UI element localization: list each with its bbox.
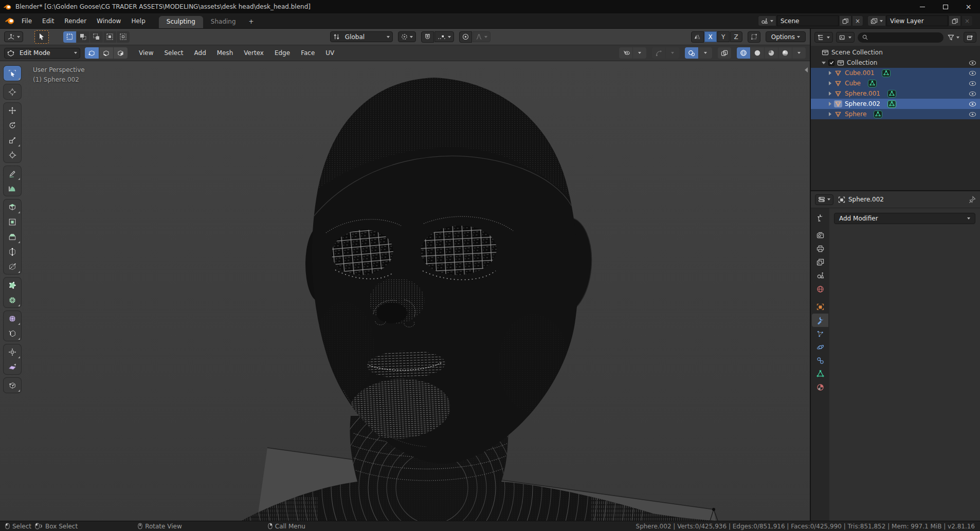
proportional-falloff-dropdown[interactable] — [473, 31, 491, 42]
expand-arrow-icon[interactable] — [829, 102, 831, 106]
tool-select-box[interactable] — [4, 66, 21, 81]
xray-toggle[interactable] — [718, 47, 731, 59]
expand-arrow-icon[interactable] — [829, 81, 831, 85]
tool-poly-build[interactable] — [4, 278, 21, 292]
tool-knife[interactable] — [4, 259, 21, 274]
row-object-cube001[interactable]: Cube.001 — [811, 68, 980, 78]
tool-rip-region[interactable] — [4, 378, 21, 393]
menu-file[interactable]: File — [16, 14, 37, 28]
vertex-select-mode[interactable] — [85, 47, 99, 59]
tab-view-layer[interactable] — [812, 255, 828, 269]
tab-shading[interactable]: Shading — [203, 16, 244, 28]
visibility-cell[interactable] — [969, 91, 976, 97]
collapse-arrow-icon[interactable] — [822, 62, 826, 64]
tab-physics[interactable] — [812, 340, 828, 354]
show-overlays-toggle[interactable] — [685, 47, 698, 59]
menu-select[interactable]: Select — [159, 46, 188, 60]
menu-vertex[interactable]: Vertex — [239, 46, 268, 60]
select-mode-subtract[interactable] — [90, 31, 103, 43]
tab-sculpting[interactable]: Sculpting — [159, 16, 203, 28]
tool-shear[interactable] — [4, 359, 21, 374]
shading-material-button[interactable] — [765, 47, 778, 59]
collection-checkbox[interactable] — [828, 60, 834, 66]
outliner-display-mode-dropdown[interactable] — [814, 32, 833, 43]
tool-loop-cut[interactable] — [4, 244, 21, 259]
unlink-scene-button[interactable]: × — [852, 15, 863, 26]
outliner-filter-dropdown[interactable] — [836, 32, 855, 43]
transform-orientation-dropdown[interactable]: Global — [330, 31, 393, 42]
mode-dropdown[interactable]: Edit Mode — [4, 48, 80, 59]
row-object-sphere001[interactable]: Sphere.001 — [811, 88, 980, 99]
tab-constraints[interactable] — [812, 354, 828, 367]
options-dropdown[interactable]: Options — [766, 31, 806, 42]
menu-edit[interactable]: Edit — [37, 14, 59, 28]
mesh-data-icon[interactable] — [874, 111, 882, 118]
menu-window[interactable]: Window — [92, 14, 126, 28]
select-mode-invert[interactable] — [103, 31, 116, 43]
expand-arrow-icon[interactable] — [829, 91, 831, 96]
visibility-dropdown[interactable] — [633, 47, 646, 59]
row-scene-collection[interactable]: Scene Collection — [811, 47, 980, 58]
tool-move[interactable] — [4, 103, 21, 118]
gizmo-dropdown[interactable] — [666, 47, 679, 59]
menu-render[interactable]: Render — [59, 14, 92, 28]
viewport-canvas[interactable]: User Perspective (1) Sphere.002 — [0, 61, 810, 521]
tool-scale[interactable] — [4, 133, 21, 148]
menu-view[interactable]: View — [134, 46, 158, 60]
outliner-funnel-dropdown[interactable] — [947, 32, 960, 43]
snap-target-dropdown[interactable] — [434, 31, 454, 42]
menu-uv[interactable]: UV — [321, 46, 339, 60]
row-object-sphere[interactable]: Sphere — [811, 109, 980, 119]
face-select-mode[interactable] — [114, 47, 128, 59]
properties-editor-type-dropdown[interactable] — [815, 194, 833, 205]
object-type-visibility-button[interactable] — [619, 47, 632, 59]
overlays-dropdown[interactable] — [699, 47, 712, 59]
minimize-button[interactable] — [911, 0, 934, 13]
tool-shrink-fatten[interactable] — [4, 344, 21, 359]
show-gizmo-button[interactable] — [652, 47, 665, 59]
expand-arrow-icon[interactable] — [829, 112, 831, 116]
new-scene-button[interactable] — [839, 15, 851, 26]
tab-scene[interactable] — [812, 269, 828, 282]
tool-smooth[interactable] — [4, 311, 21, 326]
visibility-cell[interactable] — [969, 112, 976, 117]
mesh-data-icon[interactable] — [887, 90, 896, 98]
row-collection[interactable]: Collection — [811, 58, 980, 68]
tool-rotate[interactable] — [4, 118, 21, 133]
editor-type-selector[interactable] — [4, 31, 23, 42]
select-mode-set[interactable] — [63, 31, 76, 43]
row-object-sphere002-active[interactable]: Sphere.002 — [811, 99, 980, 109]
add-workspace-button[interactable]: + — [244, 16, 259, 28]
sidebar-toggle-icon[interactable] — [805, 67, 808, 72]
mirror-x-toggle[interactable]: X — [704, 31, 717, 42]
mirror-z-toggle[interactable]: Z — [730, 31, 742, 42]
visibility-cell[interactable] — [969, 101, 976, 107]
mirror-icon-button[interactable] — [691, 31, 704, 43]
new-collection-button[interactable] — [964, 32, 976, 43]
tool-transform[interactable] — [4, 148, 21, 162]
select-mode-intersect[interactable] — [117, 31, 130, 43]
maximize-button[interactable] — [934, 0, 957, 13]
proportional-toggle[interactable] — [459, 31, 472, 43]
menu-mesh[interactable]: Mesh — [212, 46, 238, 60]
shading-solid-button[interactable] — [751, 47, 764, 59]
tab-modifiers-active[interactable] — [812, 314, 828, 327]
close-button[interactable]: × — [957, 0, 980, 13]
active-tool-button[interactable] — [34, 30, 49, 44]
menu-help[interactable]: Help — [126, 14, 150, 28]
remove-view-layer-button[interactable]: × — [961, 15, 973, 26]
tab-object-data[interactable] — [812, 367, 828, 380]
visibility-cell[interactable] — [969, 60, 976, 66]
view-layer-name-field[interactable]: View Layer — [886, 15, 948, 26]
mesh-data-icon[interactable] — [882, 69, 891, 77]
tab-object[interactable] — [812, 300, 828, 314]
snap-to-cage-button[interactable] — [748, 31, 760, 43]
mirror-y-toggle[interactable]: Y — [717, 31, 730, 42]
visibility-cell[interactable] — [969, 70, 976, 76]
scene-name-field[interactable]: Scene — [777, 15, 839, 26]
outliner-search-input[interactable] — [858, 32, 943, 43]
new-view-layer-button[interactable] — [949, 15, 961, 26]
select-mode-extend[interactable] — [77, 31, 89, 43]
tool-bevel[interactable] — [4, 229, 21, 244]
tab-tool[interactable] — [812, 211, 828, 224]
